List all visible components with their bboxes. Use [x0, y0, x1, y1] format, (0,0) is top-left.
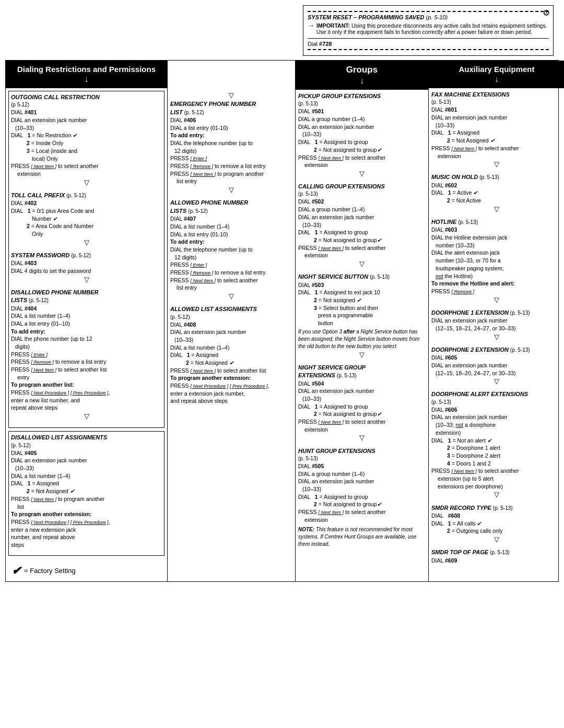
section-night-btn: NIGHT SERVICE BUTTON (p. 5-13) DIAL #503… [298, 273, 426, 360]
section-door2: DOORPHONE 2 EXTENSION (p. 5-13) DIAL #60… [431, 346, 562, 387]
col-dialing2: ↓ ▽ EMERGENCY PHONE NUMBER LIST (p. 5-12… [168, 61, 296, 581]
section-pickup: PICKUP GROUP EXTENSIONS (p. 5-13) DIAL #… [298, 92, 426, 178]
section-smdr-type: SMDR RECORD TYPE (p. 5-13) DIAL #608 DIA… [431, 504, 562, 545]
section-disallowed-assign: DISALLOWED LIST ASSIGNMENTS (p. 5-12) DI… [11, 434, 162, 548]
section-fax: FAX MACHINE EXTENSIONS (p. 5-13) DIAL #6… [431, 91, 562, 169]
col-groups-header: Groups ↓ [296, 61, 428, 90]
col-aux-body: FAX MACHINE EXTENSIONS (p. 5-13) DIAL #6… [429, 88, 564, 571]
main-grid: Dialing Restrictions and Permissions ↓ O… [5, 60, 559, 582]
section-hunt: HUNT GROUP EXTENSIONS (p. 5-13) DIAL #50… [298, 447, 426, 548]
col-groups: Groups ↓ PICKUP GROUP EXTENSIONS (p. 5-1… [296, 61, 429, 581]
col-dialing-header: Dialing Restrictions and Permissions ↓ [6, 61, 167, 88]
reset-important: → IMPORTANT: Using this procedure discon… [308, 22, 549, 35]
disallowed-assign-box: DISALLOWED LIST ASSIGNMENTS (p. 5-12) DI… [8, 431, 164, 555]
section-emergency: ▽ EMERGENCY PHONE NUMBER LIST (p. 5-12) … [170, 91, 292, 195]
reset-box: SYSTEM RESET – PROGRAMMING SAVED (p. 5-1… [303, 5, 554, 56]
col-dialing-body: OUTGOING CALL RESTRICTION (p 5-12) DIAL … [6, 88, 167, 581]
col-groups-body: PICKUP GROUP EXTENSIONS (p. 5-13) DIAL #… [296, 90, 428, 555]
top-section: SYSTEM RESET – PROGRAMMING SAVED (p. 5-1… [5, 5, 559, 56]
section-night-grp: NIGHT SERVICE GROUP EXTENSIONS (p. 5-13)… [298, 364, 426, 443]
section-calling: CALLING GROUP EXTENSIONS (p. 5-13) DIAL … [298, 183, 426, 269]
section-hotline: HOTLINE (p. 5-13) DIAL #603 DIAL the Hot… [431, 218, 562, 305]
arrow-icon: → [308, 21, 314, 29]
reset-title: SYSTEM RESET – PROGRAMMING SAVED (p. 5-1… [308, 14, 549, 20]
gear-icon: ⚙ [543, 8, 550, 18]
col-dialing2-body: ▽ EMERGENCY PHONE NUMBER LIST (p. 5-12) … [168, 88, 295, 412]
section-toll: TOLL CALL PREFIX (p. 5-12) DIAL #402 DIA… [11, 192, 162, 247]
section-door1: DOORPHONE 1 EXTENSION (p. 5-13) DIAL an … [431, 309, 562, 342]
section-syspass: SYSTEM PASSWORD (p. 5-12) DIAL #403 DIAL… [11, 252, 162, 284]
dialing-inner-box: OUTGOING CALL RESTRICTION (p 5-12) DIAL … [8, 91, 164, 428]
section-allowed-assign: ALLOWED LIST ASSIGNMENTS (p. 5-12) DIAL … [170, 305, 292, 405]
reset-dial: Dial #728 [308, 38, 549, 47]
section-smdr-top: SMDR TOP OF PAGE (p. 5-13) DIAL #609 [431, 548, 562, 564]
factory-setting: ✔ = Factory Setting [8, 561, 164, 579]
section-music: MUSIC ON HOLD (p. 5-13) DIAL #602 DIAL 1… [431, 173, 562, 214]
arrow-down-outgoing: ▽ [11, 178, 162, 187]
col-aux: Auxiliary Equipment ↓ FAX MACHINE EXTENS… [429, 61, 564, 581]
section-disallowed: DISALLOWED PHONE NUMBER LISTS (p. 5-12) … [11, 289, 162, 422]
section-door-alert: DOORPHONE ALERT EXTENSIONS (p. 5-13) DIA… [431, 390, 562, 499]
down-arrow-col1: ↓ [85, 75, 89, 84]
section-outgoing: OUTGOING CALL RESTRICTION (p 5-12) DIAL … [11, 93, 162, 187]
col-dialing: Dialing Restrictions and Permissions ↓ O… [6, 61, 168, 581]
col-aux-header: Auxiliary Equipment ↓ [429, 61, 564, 88]
section-allowed-lists: ALLOWED PHONE NUMBER LISTS (p. 5-12) DIA… [170, 199, 292, 301]
